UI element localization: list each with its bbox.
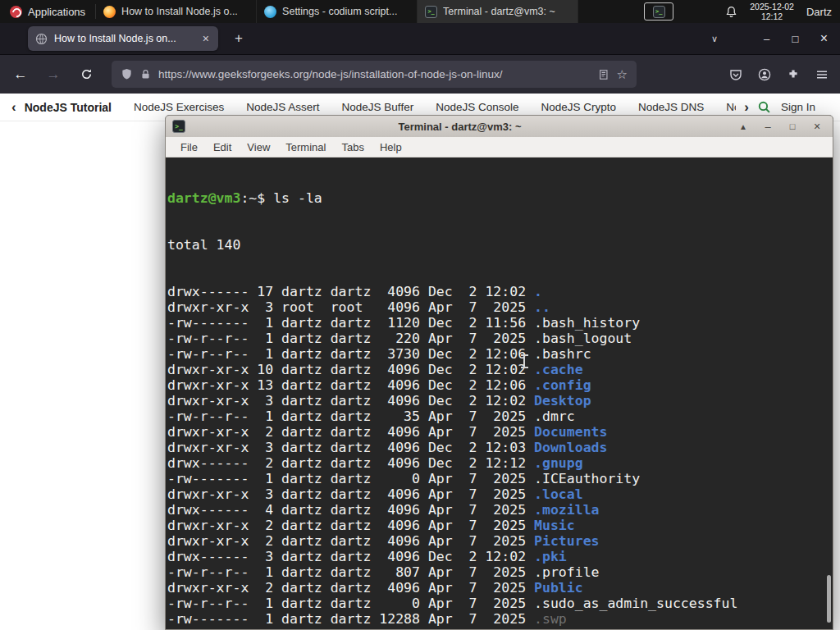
terminal-line: drwxr-xr-x 2 dartz dartz 4096 Apr 7 2025… bbox=[167, 627, 833, 629]
taskbar-window-title: Terminal - dartz@vm3: ~ bbox=[443, 6, 555, 17]
tracking-shield-icon[interactable] bbox=[121, 68, 133, 80]
file-meta: drwx------ 17 dartz dartz 4096 Dec 2 12:… bbox=[167, 284, 534, 299]
file-meta: drwx------ 3 dartz dartz 4096 Dec 2 12:0… bbox=[167, 549, 534, 564]
terminal-titlebar[interactable]: >_ Terminal - dartz@vm3: ~ ▲ – □ × bbox=[166, 116, 833, 137]
terminal-line: drwxr-xr-x 3 dartz dartz 4096 Apr 7 2025… bbox=[167, 486, 833, 502]
file-meta: drwxr-xr-x 3 dartz dartz 4096 Apr 7 2025 bbox=[167, 486, 534, 502]
nav-scroll-right-icon[interactable]: › bbox=[744, 100, 749, 114]
directory-name: .pki bbox=[534, 549, 567, 564]
file-name: .profile bbox=[534, 564, 599, 580]
lock-icon bbox=[140, 69, 151, 80]
taskbar-window-terminal[interactable]: >_ Terminal - dartz@vm3: ~ bbox=[418, 0, 578, 23]
terminal-icon: >_ bbox=[653, 6, 665, 18]
menu-terminal[interactable]: Terminal bbox=[285, 141, 326, 153]
browser-tab[interactable]: How to Install Node.js on... × bbox=[28, 26, 218, 51]
taskbar-clock[interactable]: 2025-12-02 12:12 bbox=[750, 2, 794, 21]
tray-terminal-button[interactable]: >_ bbox=[644, 2, 673, 21]
file-meta: drwxr-xr-x 13 dartz dartz 4096 Dec 2 12:… bbox=[167, 377, 534, 393]
directory-name: .config bbox=[534, 377, 591, 393]
sign-in-button[interactable]: Sign In bbox=[781, 101, 815, 113]
menu-help[interactable]: Help bbox=[380, 141, 402, 153]
toolbar-right-icons bbox=[729, 68, 840, 81]
forward-button[interactable]: → bbox=[39, 61, 67, 89]
terminal-line: -rw-r--r-- 1 dartz dartz 220 Apr 7 2025 … bbox=[167, 331, 833, 346]
site-nav-item[interactable]: NodeJS Console bbox=[436, 101, 518, 113]
url-bar[interactable]: https://www.geeksforgeeks.org/node-js/in… bbox=[112, 61, 637, 88]
desktop: Applications How to Install Node.js o...… bbox=[0, 0, 840, 630]
directory-name: Public bbox=[534, 580, 583, 596]
terminal-line: drwx------ 17 dartz dartz 4096 Dec 2 12:… bbox=[167, 284, 833, 299]
list-all-tabs-icon[interactable]: ∨ bbox=[711, 34, 718, 44]
terminal-total-line: total 140 bbox=[167, 237, 833, 253]
menu-edit[interactable]: Edit bbox=[213, 141, 231, 153]
directory-name: .cache bbox=[534, 362, 583, 377]
file-name: .dmrc bbox=[534, 409, 575, 424]
account-icon[interactable] bbox=[758, 68, 771, 81]
site-nav-item[interactable]: NodeJS Crypto bbox=[541, 101, 616, 113]
file-meta: -rw-r--r-- 1 dartz dartz 807 Apr 7 2025 bbox=[167, 564, 534, 580]
directory-name: Desktop bbox=[534, 393, 591, 409]
url-text: https://www.geeksforgeeks.org/node-js/in… bbox=[158, 68, 591, 80]
directory-name: Music bbox=[534, 518, 575, 533]
terminal-maximize-button[interactable]: □ bbox=[783, 121, 801, 131]
taskbar-window-settings[interactable]: Settings - codium script... bbox=[257, 0, 418, 23]
globe-favicon bbox=[35, 33, 48, 45]
file-name: .swp bbox=[534, 611, 567, 627]
terminal-title: Terminal - dartz@vm3: ~ bbox=[192, 121, 728, 133]
site-nav-item[interactable]: NodeJS Assert bbox=[246, 101, 319, 113]
reload-button[interactable] bbox=[72, 61, 100, 89]
new-tab-button[interactable]: + bbox=[228, 30, 249, 47]
nav-scroll-left-icon[interactable]: ‹ bbox=[11, 100, 16, 114]
directory-name: Documents bbox=[534, 424, 607, 440]
file-meta: drwxr-xr-x 2 dartz dartz 4096 Apr 7 2025 bbox=[167, 533, 534, 549]
site-nav-item[interactable]: NodeJS Buffer bbox=[342, 101, 414, 113]
terminal-scrollbar-thumb[interactable] bbox=[827, 575, 831, 623]
terminal-line: -rw-r--r-- 1 dartz dartz 35 Apr 7 2025 .… bbox=[167, 409, 833, 424]
taskbar-window-title: Settings - codium script... bbox=[282, 6, 397, 17]
back-button[interactable]: ← bbox=[7, 61, 34, 89]
file-name: .bashrc bbox=[534, 346, 591, 362]
pocket-icon[interactable] bbox=[729, 68, 742, 81]
prompt-user-host: dartz@vm3 bbox=[167, 190, 240, 206]
applications-menu-button[interactable]: Applications bbox=[0, 0, 95, 23]
notification-bell-icon[interactable] bbox=[725, 6, 737, 18]
directory-name: .mozilla bbox=[534, 502, 599, 518]
file-name: .sudo_as_admin_successful bbox=[534, 596, 737, 611]
tab-close-icon[interactable]: × bbox=[201, 32, 211, 45]
site-nav-item[interactable]: NodeJS DNS bbox=[638, 101, 704, 113]
directory-name: .. bbox=[534, 299, 550, 315]
terminal-shade-button[interactable]: ▲ bbox=[734, 122, 752, 131]
directory-name: . bbox=[534, 284, 542, 299]
menu-file[interactable]: File bbox=[180, 141, 198, 153]
taskbar-window-firefox[interactable]: How to Install Node.js o... bbox=[96, 0, 257, 23]
file-meta: -rw-r--r-- 1 dartz dartz 0 Apr 7 2025 bbox=[167, 596, 534, 611]
file-meta: drwxr-xr-x 10 dartz dartz 4096 Dec 2 12:… bbox=[167, 362, 534, 377]
terminal-screen[interactable]: dartz@vm3:~$ ls -la total 140 drwx------… bbox=[166, 158, 833, 629]
browser-close-button[interactable]: × bbox=[811, 31, 837, 46]
terminal-line: drwx------ 4 dartz dartz 4096 Apr 7 2025… bbox=[167, 502, 833, 518]
site-nav-items: NodeJS Tutorial NodeJS Exercises NodeJS … bbox=[25, 101, 737, 114]
browser-minimize-button[interactable]: – bbox=[754, 33, 779, 45]
terminal-window: >_ Terminal - dartz@vm3: ~ ▲ – □ × File … bbox=[165, 115, 833, 630]
site-nav-item[interactable]: NodeJS Exercises bbox=[134, 101, 224, 113]
browser-maximize-button[interactable]: □ bbox=[783, 33, 808, 45]
clock-time: 12:12 bbox=[750, 11, 794, 21]
terminal-line: drwxr-xr-x 13 dartz dartz 4096 Dec 2 12:… bbox=[167, 377, 833, 393]
reader-view-icon[interactable] bbox=[598, 69, 609, 80]
extensions-puzzle-icon[interactable] bbox=[787, 68, 800, 81]
terminal-close-button[interactable]: × bbox=[808, 120, 826, 133]
terminal-line: drwxr-xr-x 2 dartz dartz 4096 Apr 7 2025… bbox=[167, 580, 833, 596]
taskbar-right-area: >_ 2025-12-02 12:12 Dartz bbox=[644, 2, 840, 21]
menu-tabs[interactable]: Tabs bbox=[341, 141, 363, 153]
distro-logo-icon bbox=[10, 6, 22, 18]
menu-hamburger-icon[interactable] bbox=[815, 68, 829, 81]
terminal-minimize-button[interactable]: – bbox=[759, 121, 777, 133]
file-meta: drwxr-xr-x 2 dartz dartz 4096 Apr 7 2025 bbox=[167, 518, 534, 533]
search-icon[interactable] bbox=[757, 100, 771, 114]
site-nav-item[interactable]: Node bbox=[726, 101, 736, 113]
bookmark-star-icon[interactable]: ☆ bbox=[617, 68, 628, 80]
text-cursor-pointer bbox=[521, 354, 528, 368]
site-nav-active-item[interactable]: NodeJS Tutorial bbox=[25, 101, 112, 114]
menu-view[interactable]: View bbox=[247, 141, 270, 153]
command-text: ls -la bbox=[273, 190, 322, 206]
